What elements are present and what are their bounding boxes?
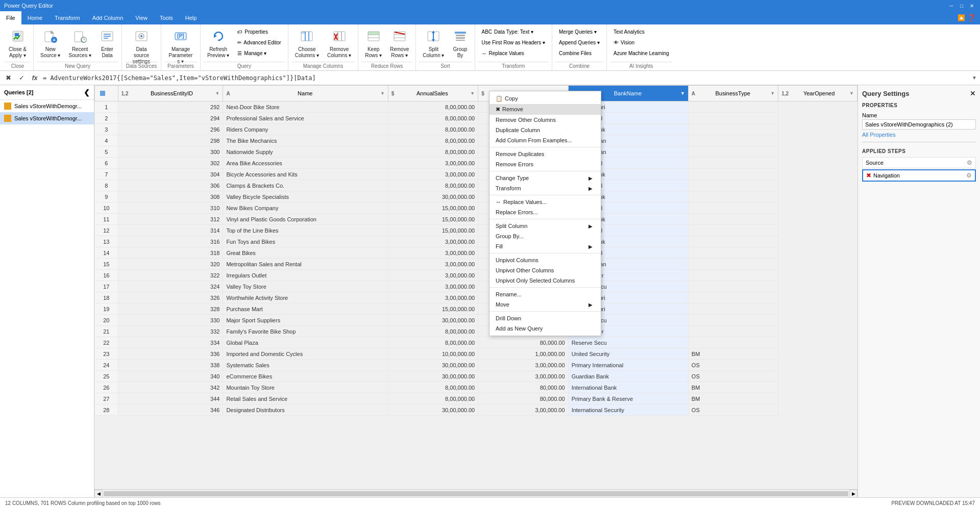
context-menu-item-transform[interactable]: Transform▶ (489, 183, 601, 193)
vision-button[interactable]: 👁 Vision (610, 37, 672, 47)
formula-expand-button[interactable]: ▼ (972, 75, 977, 81)
context-menu-item-add-column-from-examples-[interactable]: Add Column From Examples... (489, 135, 601, 145)
context-menu-item-remove[interactable]: ✖Remove (489, 104, 601, 115)
tab-transform[interactable]: Transform (48, 11, 86, 24)
replace-values-icon: ↔ (482, 50, 487, 56)
step-navigation[interactable]: ✖ Navigation ⚙ (862, 169, 976, 182)
context-menu-item-unpivot-other-columns[interactable]: Unpivot Other Columns (489, 265, 601, 275)
combine-files-button[interactable]: Combine Files (555, 48, 603, 58)
cell-businessentityid: 332 (118, 326, 223, 337)
svg-marker-16 (214, 34, 217, 38)
step-navigation-x-icon[interactable]: ✖ (866, 172, 871, 179)
cell-businessentityid: 304 (118, 169, 223, 180)
properties-button[interactable]: 🏷 Properties (234, 27, 284, 37)
cell-annualrevenue: 3,00,000.00 (478, 371, 568, 382)
tab-add-column[interactable]: Add Column (86, 11, 130, 24)
context-menu-item-remove-duplicates[interactable]: Remove Duplicates (489, 149, 601, 159)
step-source-gear-icon[interactable]: ⚙ (967, 159, 972, 166)
col-header-businessentityid[interactable]: 1,2 BusinessEntityID ▼ (118, 86, 223, 101)
formula-input[interactable] (43, 74, 969, 82)
col-header-yearopened[interactable]: 1,2 YearOpened ▼ (778, 86, 857, 101)
close-apply-button[interactable]: Close &Apply ▾ (5, 27, 30, 60)
context-menu-item-duplicate-column[interactable]: Duplicate Column (489, 125, 601, 135)
cell-businesstype: OS (688, 371, 778, 382)
query-name-input[interactable] (862, 119, 976, 130)
scroll-left-button[interactable]: ◀ (94, 490, 103, 498)
maximize-button[interactable]: □ (958, 2, 966, 10)
context-menu-item-replace-errors-[interactable]: Replace Errors... (489, 207, 601, 217)
data-type-button[interactable]: ABC Data Type: Text ▾ (478, 27, 549, 37)
context-menu-item-split-column[interactable]: Split Column▶ (489, 221, 601, 231)
context-menu-item-move[interactable]: Move▶ (489, 299, 601, 310)
context-menu-item-unpivot-only-selected-columns[interactable]: Unpivot Only Selected Columns (489, 275, 601, 286)
query-item-1[interactable]: Sales vStoreWithDemogr... (0, 100, 94, 112)
step-navigation-gear-icon[interactable]: ⚙ (966, 172, 972, 179)
new-source-button[interactable]: + NewSource ▾ (37, 27, 64, 60)
ctx-item-arrow-icon: ▶ (589, 223, 593, 229)
refresh-preview-button[interactable]: RefreshPreview ▾ (204, 27, 233, 60)
close-button[interactable]: ✕ (968, 2, 976, 10)
remove-rows-button[interactable]: RemoveRows ▾ (386, 27, 412, 60)
azure-ml-button[interactable]: Azure Machine Learning (610, 48, 672, 58)
choose-columns-button[interactable]: ChooseColumns ▾ (291, 27, 323, 60)
scroll-right-button[interactable]: ▶ (849, 490, 857, 498)
text-analytics-button[interactable]: Text Analytics (610, 27, 672, 37)
data-grid-container[interactable]: 1,2 BusinessEntityID ▼ A Name ▼ (94, 85, 857, 489)
split-column-button[interactable]: SplitColumn ▾ (419, 27, 448, 60)
context-menu-item-copy[interactable]: 📋Copy (489, 93, 601, 104)
tab-help[interactable]: Help (179, 11, 203, 24)
col-header-annualsales[interactable]: $ AnnualSales ▼ (388, 86, 478, 101)
cell-businessentityid: 320 (118, 259, 223, 270)
context-menu-item-fill[interactable]: Fill▶ (489, 241, 601, 251)
manage-parameters-button[interactable]: [P] ManageParameters ▾ (164, 27, 197, 60)
enter-data-button[interactable]: EnterData (96, 27, 118, 60)
context-menu-item-remove-errors[interactable]: Remove Errors (489, 159, 601, 169)
tab-tools[interactable]: Tools (154, 11, 179, 24)
append-queries-button[interactable]: Append Queries ▾ (555, 37, 603, 47)
context-menu-item-replace-values-[interactable]: ↔Replace Values... (489, 197, 601, 207)
group-by-button[interactable]: GroupBy (449, 27, 472, 60)
cell-bankname: United Security (568, 348, 688, 360)
remove-columns-button[interactable]: RemoveColumns ▾ (324, 27, 355, 60)
manage-button[interactable]: ☰ Manage ▾ (234, 48, 284, 58)
cell-businesstype (688, 124, 778, 135)
context-menu-item-group-by-[interactable]: Group By... (489, 231, 601, 241)
collapse-queries-button[interactable]: ❮ (84, 88, 90, 96)
minimize-button[interactable]: ─ (947, 2, 955, 10)
cancel-button[interactable]: ✖ (3, 73, 13, 83)
advanced-editor-button[interactable]: ✏ Advanced Editor (234, 37, 284, 47)
help-icon[interactable]: ❓ (967, 14, 976, 22)
context-menu-item-add-as-new-query[interactable]: Add as New Query (489, 323, 601, 334)
keep-rows-button[interactable]: KeepRows ▾ (361, 27, 385, 60)
horizontal-scrollbar[interactable]: ◀ ▶ (94, 489, 857, 497)
context-menu-item-rename-[interactable]: Rename... (489, 289, 601, 299)
ctx-item-label: Change Type (496, 175, 529, 181)
merge-queries-button[interactable]: Merge Queries ▾ (555, 27, 603, 37)
close-settings-button[interactable]: ✕ (970, 89, 976, 97)
context-menu-item-drill-down[interactable]: Drill Down (489, 313, 601, 323)
cell-bankname: Primary International (568, 360, 688, 371)
data-source-settings-button[interactable]: Data sourcesettings (125, 27, 158, 60)
fx-button[interactable]: fx (30, 73, 40, 83)
context-menu-item-remove-other-columns[interactable]: Remove Other Columns (489, 115, 601, 125)
all-properties-link[interactable]: All Properties (862, 132, 976, 138)
col-header-businesstype[interactable]: A BusinessType ▼ (688, 86, 778, 101)
cell-annualsales: 10,00,000.00 (388, 348, 478, 360)
col-header-name[interactable]: A Name ▼ (223, 86, 388, 101)
confirm-button[interactable]: ✓ (16, 73, 27, 83)
replace-values-button[interactable]: ↔ Replace Values (478, 48, 549, 58)
query-item-2[interactable]: Sales vStoreWithDemogr... (0, 112, 94, 124)
context-menu-item-change-type[interactable]: Change Type▶ (489, 173, 601, 183)
context-menu-item-unpivot-columns[interactable]: Unpivot Columns (489, 255, 601, 265)
step-source[interactable]: Source ⚙ (862, 157, 976, 168)
cell-annualrevenue: 80,000.00 (478, 393, 568, 404)
tab-file[interactable]: File (0, 11, 21, 24)
choose-columns-icon (300, 29, 314, 45)
tab-view[interactable]: View (129, 11, 154, 24)
tab-home[interactable]: Home (21, 11, 48, 24)
use-first-row-button[interactable]: Use First Row as Headers ▾ (478, 37, 549, 47)
properties-label: Properties (244, 29, 268, 35)
cell-annualsales: 8,00,000.00 (388, 135, 478, 146)
recent-sources-button[interactable]: 🕐 RecentSources ▾ (65, 27, 94, 60)
minimize-ribbon-icon[interactable]: 🔼 (958, 14, 965, 21)
